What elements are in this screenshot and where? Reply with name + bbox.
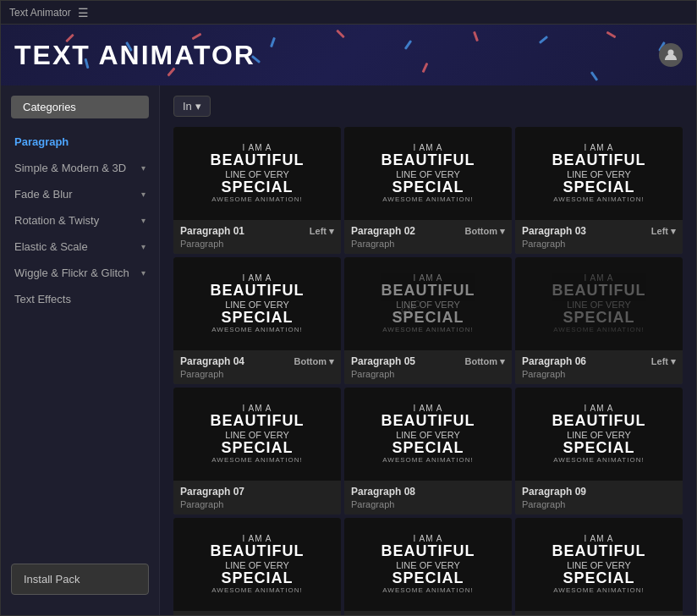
- app-title: TEXT ANIMATOR: [14, 40, 255, 71]
- animation-info: Paragraph 11Paragraph: [344, 611, 512, 615]
- animation-info: Paragraph 12Paragraph: [515, 611, 683, 615]
- animation-info: Paragraph 03Left▾Paragraph: [515, 220, 683, 254]
- sidebar-item-elastic-scale[interactable]: Elastic & Scale▾: [1, 234, 159, 260]
- animation-name: Paragraph 03: [522, 225, 586, 237]
- sidebar-item-rotation-twisty[interactable]: Rotation & Twisty▾: [1, 207, 159, 234]
- animation-card[interactable]: I AM A BEAUTIFUL LINE OF VERY SPECIAL AW…: [515, 388, 683, 514]
- preview-line5: AWESOME ANIMATION!: [211, 327, 305, 334]
- animation-category: Paragraph: [351, 369, 505, 379]
- sidebar-item-label: Wiggle & Flickr & Glitch: [14, 267, 129, 279]
- animation-name-row: Paragraph 04Bottom▾: [180, 355, 334, 367]
- preview-line4: SPECIAL: [552, 570, 646, 587]
- sidebar-item-paragraph[interactable]: Paragraph: [1, 129, 159, 155]
- filter-dropdown[interactable]: In ▾: [173, 96, 211, 117]
- sidebar-item-wiggle-flickr-glitch[interactable]: Wiggle & Flickr & Glitch▾: [1, 260, 159, 286]
- sidebar-item-text-effects[interactable]: Text Effects: [1, 286, 159, 312]
- title-bar: Text Animator ☰: [1, 1, 696, 25]
- animation-category: Paragraph: [522, 369, 676, 379]
- animation-name-row: Paragraph 02Bottom▾: [351, 225, 505, 237]
- preview-line5: AWESOME ANIMATION!: [211, 587, 305, 595]
- animation-card[interactable]: I AM A BEAUTIFUL LINE OF VERY SPECIAL AW…: [173, 257, 341, 384]
- chevron-down-icon: ▾: [500, 356, 505, 367]
- title-bar-label: Text Animator: [9, 7, 71, 19]
- preview-line2: BEAUTIFUL: [211, 152, 305, 169]
- animation-info: Paragraph 09Paragraph: [515, 481, 683, 514]
- preview-line5: AWESOME ANIMATION!: [552, 587, 646, 595]
- user-avatar-button[interactable]: [659, 43, 683, 67]
- animation-direction[interactable]: Bottom▾: [465, 226, 506, 237]
- animation-name-row: Paragraph 06Left▾: [522, 355, 676, 367]
- animation-name: Paragraph 09: [522, 486, 586, 498]
- preview-line4: SPECIAL: [211, 570, 305, 587]
- title-bar-menu-icon[interactable]: ☰: [78, 6, 89, 19]
- preview-text: I AM A BEAUTIFUL LINE OF VERY SPECIAL AW…: [552, 273, 646, 333]
- preview-text: I AM A BEAUTIFUL LINE OF VERY SPECIAL AW…: [381, 273, 475, 333]
- animation-category: Paragraph: [180, 499, 334, 509]
- animation-direction[interactable]: Left▾: [651, 356, 676, 367]
- animation-category: Paragraph: [351, 239, 505, 249]
- sidebar-item-label: Text Effects: [14, 293, 71, 305]
- animation-direction[interactable]: Bottom▾: [294, 356, 335, 367]
- animation-preview: I AM A BEAUTIFUL LINE OF VERY SPECIAL AW…: [344, 388, 512, 481]
- animation-preview: DEMO I AM A BEAUTIFUL LINE OF VERY SPECI…: [344, 257, 512, 350]
- animation-direction[interactable]: Left▾: [310, 226, 334, 237]
- preview-line2: BEAUTIFUL: [211, 413, 305, 430]
- chevron-down-icon: ▾: [671, 226, 676, 237]
- preview-line2: BEAUTIFUL: [211, 283, 305, 300]
- preview-line4: SPECIAL: [381, 310, 475, 327]
- content-area[interactable]: In ▾ I AM A BEAUTIFUL LINE OF VERY SPECI…: [160, 85, 696, 615]
- animation-card[interactable]: I AM A BEAUTIFUL LINE OF VERY SPECIAL AW…: [344, 518, 512, 615]
- preview-text: I AM A BEAUTIFUL LINE OF VERY SPECIAL AW…: [381, 143, 475, 203]
- chevron-down-icon: ▾: [141, 190, 145, 199]
- preview-line4: SPECIAL: [211, 440, 305, 457]
- animation-card[interactable]: I AM A BEAUTIFUL LINE OF VERY SPECIAL AW…: [344, 388, 512, 514]
- animation-name-row: Paragraph 03Left▾: [522, 225, 676, 237]
- animation-name-row: Paragraph 05Bottom▾: [351, 355, 505, 367]
- preview-line2: BEAUTIFUL: [381, 543, 475, 560]
- animation-direction[interactable]: Bottom▾: [465, 356, 506, 367]
- animation-category: Paragraph: [180, 239, 334, 249]
- animation-category: Paragraph: [351, 499, 505, 509]
- animation-card[interactable]: I AM A BEAUTIFUL LINE OF VERY SPECIAL AW…: [515, 257, 683, 384]
- preview-line5: AWESOME ANIMATION!: [211, 196, 305, 204]
- animation-card[interactable]: I AM A BEAUTIFUL LINE OF VERY SPECIAL AW…: [515, 518, 683, 615]
- chevron-down-icon: ▾: [329, 356, 334, 367]
- preview-line4: SPECIAL: [552, 179, 646, 196]
- chevron-down-icon: ▾: [141, 163, 145, 173]
- animation-direction[interactable]: Left▾: [651, 226, 676, 237]
- sidebar-item-fade-blur[interactable]: Fade & Blur▾: [1, 181, 159, 207]
- chevron-down-icon: ▾: [329, 226, 334, 237]
- animation-info: Paragraph 05Bottom▾Paragraph: [344, 350, 512, 384]
- sidebar-item-simple-modern-3d[interactable]: Simple & Modern & 3D▾: [1, 155, 159, 181]
- sidebar-nav: ParagraphSimple & Modern & 3D▾Fade & Blu…: [1, 129, 159, 312]
- animation-card[interactable]: I AM A BEAUTIFUL LINE OF VERY SPECIAL AW…: [515, 127, 683, 254]
- animation-info: Paragraph 07Paragraph: [173, 481, 341, 514]
- categories-button[interactable]: Categories: [11, 96, 149, 118]
- direction-label: Bottom: [294, 356, 327, 366]
- animation-name-row: Paragraph 08: [351, 486, 505, 498]
- preview-line2: BEAUTIFUL: [552, 283, 646, 300]
- animation-category: Paragraph: [522, 499, 676, 509]
- preview-line5: AWESOME ANIMATION!: [552, 457, 646, 465]
- animation-info: Paragraph 02Bottom▾Paragraph: [344, 220, 512, 254]
- animation-preview: I AM A BEAUTIFUL LINE OF VERY SPECIAL AW…: [515, 127, 683, 220]
- filter-label: In: [183, 100, 192, 113]
- animation-name: Paragraph 02: [351, 225, 415, 237]
- direction-label: Bottom: [465, 356, 498, 366]
- animation-card[interactable]: I AM A BEAUTIFUL LINE OF VERY SPECIAL AW…: [173, 518, 341, 615]
- animation-card[interactable]: DEMO I AM A BEAUTIFUL LINE OF VERY SPECI…: [344, 257, 512, 384]
- preview-line2: BEAUTIFUL: [381, 283, 475, 300]
- animation-card[interactable]: I AM A BEAUTIFUL LINE OF VERY SPECIAL AW…: [173, 127, 341, 254]
- animation-preview: I AM A BEAUTIFUL LINE OF VERY SPECIAL AW…: [173, 388, 341, 481]
- preview-line2: BEAUTIFUL: [552, 413, 646, 430]
- animation-preview: I AM A BEAUTIFUL LINE OF VERY SPECIAL AW…: [344, 518, 512, 611]
- animation-card[interactable]: I AM A BEAUTIFUL LINE OF VERY SPECIAL AW…: [344, 127, 512, 254]
- sidebar-item-label: Elastic & Scale: [14, 240, 88, 253]
- animation-name-row: Paragraph 07: [180, 486, 334, 498]
- animation-preview: I AM A BEAUTIFUL LINE OF VERY SPECIAL AW…: [173, 518, 341, 611]
- preview-line5: AWESOME ANIMATION!: [381, 587, 475, 595]
- chevron-down-icon: ▾: [141, 216, 145, 225]
- sidebar-item-label: Simple & Modern & 3D: [14, 162, 126, 174]
- animation-card[interactable]: I AM A BEAUTIFUL LINE OF VERY SPECIAL AW…: [173, 388, 341, 514]
- install-pack-button[interactable]: Install Pack: [11, 564, 149, 595]
